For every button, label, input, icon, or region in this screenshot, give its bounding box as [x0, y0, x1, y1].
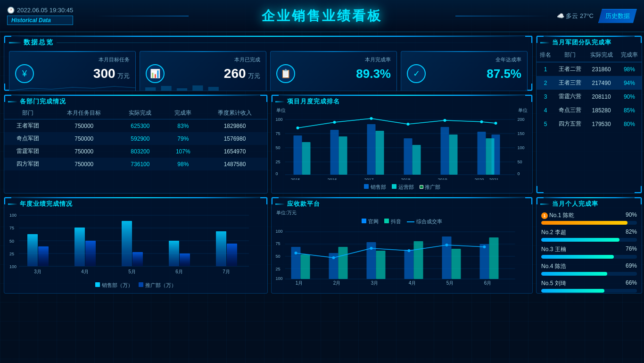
dept-cell-0-2: 625300 — [116, 119, 164, 133]
kpi-title: 数据总览 — [24, 38, 54, 47]
svg-text:50: 50 — [276, 254, 281, 259]
legend-promo: 推广部 — [420, 184, 440, 191]
team-cell-3-1: 奇点三营 — [554, 103, 586, 117]
svg-text:100: 100 — [518, 145, 525, 150]
dept-header-4: 季度累计收入 — [202, 107, 267, 119]
personal-name-3: No.4 陈浩 — [541, 262, 566, 270]
team-cell-1-1: 王者三营 — [554, 76, 586, 90]
kpi-label-4: 全年达成率 — [407, 56, 521, 63]
team-cell-0-0: 1 — [537, 62, 554, 76]
svg-text:100: 100 — [276, 276, 283, 281]
svg-point-95 — [332, 256, 335, 259]
personal-bar-fill-4 — [541, 289, 604, 293]
kpi-label-3: 本月完成率 — [276, 56, 391, 63]
kpi-value-4: 87.5% — [487, 67, 521, 81]
kpi-unit-1: 万元 — [117, 72, 130, 79]
personal-rate-0: 90% — [626, 211, 637, 219]
svg-rect-32 — [486, 138, 495, 175]
personal-label-1: No.2 李超82% — [541, 228, 637, 236]
team-completion-title: 当月军团分队完成率 — [552, 38, 611, 47]
team-row-3: 4奇点三营18528085% — [537, 103, 642, 117]
team-header-dept: 部门 — [554, 48, 586, 62]
svg-point-38 — [480, 120, 483, 123]
personal-bar-bg-3 — [541, 272, 637, 276]
kpi-cards: 本月目标任务 ¥ 300 万元 本月已完成 📊 2 — [4, 48, 532, 91]
svg-text:150: 150 — [518, 131, 525, 136]
svg-text:3月: 3月 — [34, 269, 41, 274]
header-right: ☁️ 多云 27°C 历史数据 — [557, 9, 637, 23]
dept-cell-3-0: 四方军团 — [4, 158, 51, 170]
svg-text:75: 75 — [276, 241, 281, 246]
personal-bar-bg-0 — [541, 221, 637, 225]
history-button[interactable]: 历史数据 — [598, 9, 637, 23]
kpi-section: 数据总览 本月目标任务 ¥ 300 万元 本月已完成 — [4, 35, 533, 91]
dept-cell-1-3: 79% — [164, 132, 203, 145]
kpi-label-1: 本月目标任务 — [15, 56, 130, 63]
dept-cell-2-1: 750000 — [51, 145, 116, 158]
kpi-card-2: 本月已完成 📊 260 万元 — [140, 51, 266, 91]
svg-rect-60 — [85, 241, 96, 266]
personal-rate-1: 82% — [626, 228, 637, 236]
receivable-legend: 官网 抖音 综合成交率 — [274, 218, 529, 225]
svg-text:3月: 3月 — [371, 280, 379, 286]
team-cell-2-1: 雷霆六营 — [554, 90, 586, 103]
svg-text:50: 50 — [518, 160, 522, 164]
receivable-title: 应收款平台 — [287, 200, 320, 208]
annual-title: 年度业绩完成情况 — [20, 200, 73, 208]
personal-bar-fill-1 — [541, 238, 619, 242]
svg-rect-0 — [145, 87, 156, 91]
svg-text:25: 25 — [276, 160, 281, 164]
personal-title: 当月个人完成率 — [552, 200, 598, 208]
dept-row-0: 王者军团75000062530083%1829860 — [4, 119, 267, 133]
dept-cell-0-4: 1829860 — [202, 119, 267, 133]
personal-bar-0: 1No.1 陈乾90% — [541, 211, 637, 225]
team-cell-2-2: 208110 — [586, 90, 617, 103]
svg-rect-93 — [489, 237, 499, 279]
team-cell-0-2: 231860 — [586, 62, 617, 76]
kpi-icon-1: ¥ — [15, 64, 34, 83]
historical-data-text: Historical Data — [11, 17, 51, 24]
dept-cell-3-1: 750000 — [51, 158, 116, 170]
team-completion-section: 当月军团分队完成率 排名 部门 实际完成 完成率 1王者二营23186098%2… — [536, 35, 642, 194]
team-table: 排名 部门 实际完成 完成率 1王者二营23186098%2王者三营217490… — [537, 48, 642, 131]
dept-cell-3-4: 1487580 — [202, 158, 267, 170]
svg-rect-27 — [302, 142, 311, 175]
svg-rect-2 — [177, 88, 187, 91]
svg-text:5月: 5月 — [446, 280, 454, 286]
team-table-body: 1王者二营23186098%2王者三营21749094%3雷霆六营2081109… — [537, 62, 642, 131]
svg-text:75: 75 — [9, 226, 14, 230]
project-y-label: 单位 — [276, 107, 286, 114]
team-header-rank: 排名 — [537, 48, 554, 62]
personal-label-0: 1No.1 陈乾90% — [541, 211, 637, 219]
weather: ☁️ 多云 27°C — [557, 12, 594, 20]
project-legend: 销售部 运营部 推广部 — [274, 184, 529, 191]
svg-text:25: 25 — [9, 252, 14, 256]
team-row-0: 1王者二营23186098% — [537, 62, 642, 76]
receivable-y-label: 单位:万元 — [274, 210, 529, 216]
svg-text:75: 75 — [276, 131, 281, 136]
personal-label-2: No.3 王楠76% — [541, 245, 637, 253]
svg-rect-23 — [404, 138, 413, 175]
svg-text:25: 25 — [276, 267, 281, 271]
svg-rect-88 — [301, 254, 310, 279]
team-cell-4-3: 80% — [617, 117, 642, 131]
dept-completion-section: 各部门完成情况 部门 本月任务目标 实际完成 完成率 季度累计收入 王者军团75… — [4, 94, 268, 194]
annual-legend-sales: 销售部（万） — [95, 282, 133, 289]
kpi-value-3: 89.3% — [356, 67, 391, 81]
kpi-icon-3: 📋 — [276, 64, 295, 83]
dept-header-0: 部门 — [4, 107, 51, 119]
svg-rect-28 — [339, 136, 347, 175]
svg-rect-63 — [169, 241, 179, 266]
clock-icon: 🕐 — [7, 7, 15, 14]
kpi-card-3: 本月完成率 📋 89.3% — [270, 51, 397, 91]
kpi-card-4: 全年达成率 ✓ 87.5% — [401, 51, 528, 91]
dept-cell-0-1: 750000 — [51, 119, 116, 133]
svg-rect-58 — [38, 246, 49, 266]
personal-rate-4: 66% — [626, 279, 637, 287]
annual-chart-svg: 100 75 50 25 100 — [7, 210, 264, 278]
team-cell-1-3: 94% — [617, 76, 642, 90]
annual-performance-section: 年度业绩完成情况 100 75 50 25 100 — [4, 197, 268, 294]
team-header-rate: 完成率 — [617, 48, 642, 62]
dept-header-2: 实际完成 — [116, 107, 164, 119]
team-row-4: 5四方五营17953080% — [537, 117, 642, 131]
